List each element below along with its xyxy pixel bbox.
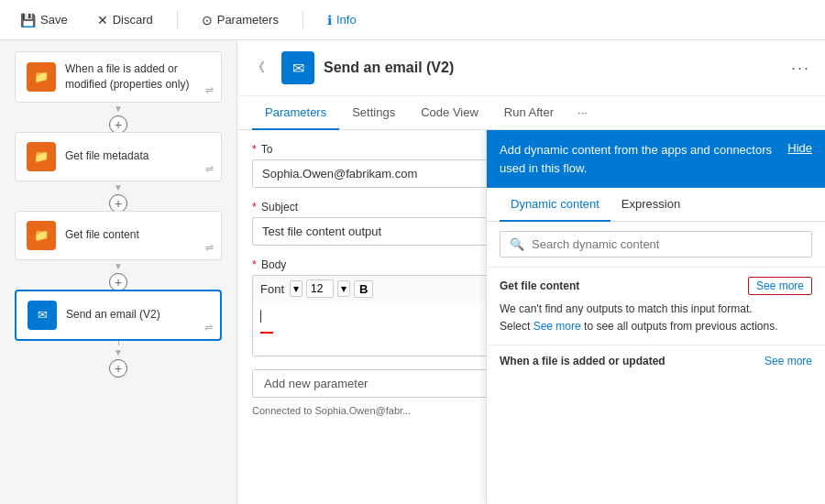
arrow1: ▼ bbox=[114, 104, 123, 114]
step-trigger-text: When a file is added or modified (proper… bbox=[65, 61, 210, 93]
cursor bbox=[260, 310, 261, 323]
section1-title: Get file content bbox=[500, 279, 579, 292]
connector1: ▼ + ▼ bbox=[15, 106, 222, 132]
dynamic-tab-expression[interactable]: Expression bbox=[610, 188, 691, 222]
subject-required: * bbox=[252, 201, 257, 214]
tab-parameters[interactable]: Parameters bbox=[252, 96, 339, 130]
email-link-icon: ⇌ bbox=[204, 322, 213, 334]
get-file-content-section: Get file content See more We can't find … bbox=[487, 268, 825, 345]
step-trigger-icon: 📁 bbox=[27, 62, 56, 92]
underline-indicator bbox=[260, 332, 273, 334]
trigger-link-icon: ⇌ bbox=[205, 84, 214, 96]
info-button[interactable]: ℹ Info bbox=[322, 9, 362, 31]
save-button[interactable]: 💾 Save bbox=[15, 9, 73, 31]
font-size-dropdown-btn[interactable]: ▾ bbox=[337, 280, 350, 297]
action-title: Send an email (V2) bbox=[324, 60, 454, 76]
tabs-more-button[interactable]: ··· bbox=[570, 96, 595, 129]
see-more-button-1[interactable]: See more bbox=[748, 277, 812, 295]
toolbar: 💾 Save ✕ Discard ⊙ Parameters ℹ Info bbox=[0, 0, 825, 40]
add-step4[interactable]: + bbox=[109, 359, 127, 378]
right-panel: 《 ✉ Send an email (V2) ··· Parameters Se… bbox=[236, 40, 825, 504]
dynamic-tab-content[interactable]: Dynamic content bbox=[500, 188, 610, 222]
step-metadata-icon: 📁 bbox=[27, 142, 56, 171]
left-panel: 📁 When a file is added or modified (prop… bbox=[0, 40, 236, 504]
dynamic-panel: Add dynamic content from the apps and co… bbox=[486, 130, 825, 504]
search-input[interactable] bbox=[532, 237, 802, 251]
parameters-button[interactable]: ⊙ Parameters bbox=[196, 9, 284, 31]
info-icon: ℹ bbox=[327, 13, 332, 27]
search-input-wrap: 🔍 bbox=[500, 231, 812, 257]
discard-icon: ✕ bbox=[97, 13, 108, 27]
step-email-text: Send an email (V2) bbox=[66, 307, 160, 323]
font-size-input[interactable] bbox=[306, 279, 334, 298]
hide-button[interactable]: Hide bbox=[787, 141, 812, 155]
tab-codeview[interactable]: Code View bbox=[408, 96, 491, 130]
connector3: ▼ + ▼ bbox=[15, 264, 222, 290]
bold-button[interactable]: B bbox=[354, 280, 373, 298]
action-header: 《 ✉ Send an email (V2) ··· bbox=[237, 40, 825, 96]
step-content-text: Get file content bbox=[65, 227, 139, 243]
content-area: * To * Subject * Body Fo bbox=[237, 130, 825, 504]
add-step2[interactable]: + bbox=[109, 194, 127, 213]
see-more-link[interactable]: See more bbox=[534, 320, 581, 333]
step-content-icon: 📁 bbox=[27, 221, 56, 250]
font-dropdown-btn[interactable]: ▾ bbox=[290, 280, 302, 297]
cant-find-text: We can't find any outputs to match this … bbox=[500, 301, 812, 335]
save-icon: 💾 bbox=[20, 13, 36, 27]
to-required: * bbox=[252, 143, 257, 156]
body-required: * bbox=[252, 258, 257, 271]
action-icon: ✉ bbox=[281, 51, 314, 84]
step-content[interactable]: 📁 Get file content ⇌ bbox=[15, 211, 222, 260]
connector-line4: ▼ + bbox=[109, 336, 127, 378]
step-metadata[interactable]: 📁 Get file metadata ⇌ bbox=[15, 132, 222, 181]
body-font-label: Font bbox=[260, 282, 284, 296]
section1-title-row: Get file content See more bbox=[500, 277, 812, 295]
separator bbox=[177, 11, 178, 29]
parameters-icon: ⊙ bbox=[202, 13, 213, 27]
arrow3: ▼ bbox=[114, 261, 123, 271]
dynamic-tabs: Dynamic content Expression bbox=[487, 188, 825, 222]
step-metadata-text: Get file metadata bbox=[65, 148, 148, 164]
section2-title-row: When a file is added or updated See more bbox=[500, 355, 812, 367]
when-file-added-section: When a file is added or updated See more bbox=[487, 345, 825, 382]
step-email-icon: ✉ bbox=[28, 301, 57, 330]
content-link-icon: ⇌ bbox=[205, 242, 214, 254]
separator2 bbox=[302, 11, 303, 29]
connector4: ▼ + bbox=[15, 345, 222, 370]
step-trigger[interactable]: 📁 When a file is added or modified (prop… bbox=[15, 51, 222, 103]
tab-runafter[interactable]: Run After bbox=[491, 96, 566, 130]
more-options-button[interactable]: ··· bbox=[791, 59, 810, 78]
add-step3[interactable]: + bbox=[109, 273, 127, 291]
tab-settings[interactable]: Settings bbox=[339, 96, 408, 130]
metadata-link-icon: ⇌ bbox=[205, 163, 214, 175]
dynamic-header: Add dynamic content from the apps and co… bbox=[487, 130, 825, 188]
section2-title: When a file is added or updated bbox=[500, 355, 666, 367]
step-email[interactable]: ✉ Send an email (V2) ⇌ bbox=[15, 290, 222, 341]
discard-button[interactable]: ✕ Discard bbox=[92, 9, 159, 31]
dynamic-header-text: Add dynamic content from the apps and co… bbox=[500, 141, 787, 177]
arrow4: ▼ bbox=[114, 347, 123, 357]
search-icon: 🔍 bbox=[510, 237, 524, 251]
arrow2: ▼ bbox=[114, 182, 123, 192]
search-box: 🔍 bbox=[487, 222, 825, 268]
see-more-button-2[interactable]: See more bbox=[764, 355, 812, 367]
collapse-button[interactable]: 《 bbox=[252, 60, 265, 76]
add-step1[interactable]: + bbox=[109, 115, 127, 134]
action-tabs: Parameters Settings Code View Run After … bbox=[237, 96, 825, 130]
connector2: ▼ + ▼ bbox=[15, 185, 222, 211]
main-layout: 📁 When a file is added or modified (prop… bbox=[0, 40, 825, 504]
